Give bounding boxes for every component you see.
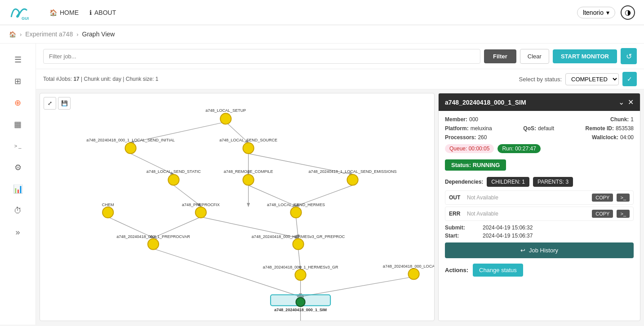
node-sim-selected[interactable] (296, 298, 305, 307)
qos-value: default (538, 125, 554, 132)
node-send-initial[interactable] (125, 143, 136, 154)
network-icon: ⊕ (14, 98, 21, 108)
layout-icon: ⊞ (14, 76, 21, 86)
terminal-icon: >_ (620, 195, 626, 200)
chunk-field: Chunk: 1 (610, 116, 634, 123)
node-label-local-setup: a748_LOCAL_SETUP (205, 108, 246, 113)
node-label-preprocfix: a748_PREPROCFIX (182, 203, 220, 207)
node-send-hermes[interactable] (290, 207, 301, 218)
member-field: Member: 000 (445, 116, 478, 123)
out-label: OUT (449, 194, 463, 201)
job-history-button[interactable]: ↩ Job History (445, 242, 634, 258)
save-graph-button[interactable]: 💾 (58, 97, 71, 110)
node-send-source[interactable] (243, 143, 254, 154)
filter-button[interactable]: Filter (484, 49, 516, 63)
breadcrumb-sep1: › (20, 31, 22, 38)
sidebar-item-list[interactable]: ☰ (7, 51, 29, 69)
start-value: 2024-04-19 15:06:37 (483, 233, 634, 239)
node-label-send-hermes: a748_LOCAL_SEND_HERMES (267, 203, 325, 207)
node-preprocfix[interactable] (195, 207, 206, 218)
node-label-hermes-preproc: a748_20240418_000_HERMESv3_GR_PREPROC (252, 234, 345, 239)
sidebar-item-network[interactable]: ⊕ (7, 94, 29, 112)
graph-canvas: ⤢ 💾 (40, 93, 435, 321)
children-button[interactable]: CHILDREN: 1 (487, 177, 529, 187)
refresh-icon: ↺ (626, 52, 632, 61)
chunk-unit-value: day (113, 76, 121, 82)
expand-button[interactable]: ⤢ (44, 97, 56, 110)
processors-field: Processors: 260 (445, 134, 487, 141)
more-icon: » (15, 228, 20, 237)
out-terminal-button[interactable]: >_ (617, 194, 630, 202)
chevron-down-icon: ⌄ (618, 98, 624, 106)
user-menu-button[interactable]: ltenorio ▾ (577, 7, 615, 18)
platform-field: Platform: meluxina (445, 125, 492, 132)
sidebar-item-terminal[interactable]: > _ (7, 137, 29, 155)
node-chem[interactable] (102, 207, 113, 218)
node-remote-compile[interactable] (243, 174, 254, 185)
submit-label: Submit: (445, 225, 481, 231)
refresh-button[interactable]: ↺ (621, 48, 637, 64)
node-hermes-preproc[interactable] (293, 239, 303, 250)
err-row: ERR Not Available COPY >_ (445, 207, 634, 221)
home-breadcrumb-icon[interactable]: 🏠 (9, 31, 16, 38)
sidebar: ☰ ⊞ ⊕ ▦ > _ ⚙ 📊 ⏱ » (0, 44, 36, 325)
theme-toggle-button[interactable]: ◑ (621, 5, 635, 20)
node-label-hermes-gr: a748_20240418_000_1_HERMESv3_GR (263, 265, 338, 269)
experiment-breadcrumb-link[interactable]: Experiment a748 (25, 31, 73, 38)
panel-close-button[interactable]: ✕ (628, 98, 634, 106)
submit-value: 2024-04-19 15:06:32 (483, 225, 634, 231)
apply-status-button[interactable]: ✓ (622, 72, 637, 86)
home-link[interactable]: 🏠 HOME (49, 9, 79, 16)
node-send-static[interactable] (168, 174, 179, 185)
sidebar-item-clock[interactable]: ⏱ (7, 202, 29, 220)
qos-field: QoS: default (523, 125, 554, 132)
node-send-emissions[interactable] (347, 174, 358, 185)
timing-badges: Queue: 00:00:05 Run: 00:27:47 (445, 144, 634, 153)
err-terminal-button[interactable]: >_ (617, 210, 630, 218)
home-icon: 🏠 (49, 9, 57, 16)
dependencies-label: Dependencies: (445, 179, 483, 185)
sidebar-item-settings[interactable]: ⚙ (7, 159, 29, 176)
total-jobs-label: Total #Jobs: (43, 76, 72, 82)
sidebar-item-layout[interactable]: ⊞ (7, 72, 29, 90)
node-hermes-gr[interactable] (295, 269, 306, 280)
node-local-setup[interactable] (220, 113, 231, 124)
parents-button[interactable]: PARENTS: 3 (533, 177, 573, 187)
sidebar-item-table[interactable]: ▦ (7, 115, 29, 133)
err-label: ERR (449, 211, 463, 217)
user-name: ltenorio (583, 9, 604, 16)
info-icon: ℹ (89, 9, 92, 16)
filter-input[interactable] (43, 49, 480, 64)
out-row: OUT Not Available COPY >_ (445, 190, 634, 205)
panel-title: a748_20240418_000_1_SIM (445, 99, 526, 106)
panel-header-actions: ⌄ ✕ (618, 98, 634, 106)
svg-text:GUI: GUI (22, 16, 29, 21)
home-label: HOME (60, 9, 79, 16)
status-dropdown[interactable]: COMPLETED RUNNING FAILED QUEUED (565, 73, 619, 85)
panel-collapse-button[interactable]: ⌄ (618, 98, 624, 106)
terminal-icon: > _ (14, 143, 22, 149)
processors-value: 260 (478, 134, 487, 141)
contrast-icon: ◑ (625, 8, 631, 17)
sidebar-item-chart[interactable]: 📊 (7, 180, 29, 198)
err-copy-button[interactable]: COPY (592, 210, 613, 218)
svg-line-14 (153, 249, 301, 297)
dates-section: Submit: 2024-04-19 15:06:32 Start: 2024-… (445, 225, 634, 239)
job-stats: Total #Jobs: 17 | Chunk unit: day | Chun… (43, 76, 158, 82)
platform-value: meluxina (471, 125, 492, 132)
clock-icon: ⏱ (14, 206, 22, 216)
start-monitor-button[interactable]: START MONITOR (553, 49, 617, 63)
sidebar-item-more[interactable]: » (7, 223, 29, 241)
about-link[interactable]: ℹ ABOUT (89, 9, 116, 16)
clear-button[interactable]: Clear (520, 49, 549, 64)
node-preprocvar[interactable] (148, 239, 159, 250)
wallclock-field: Wallclock: 04:00 (592, 134, 634, 141)
chunk-size-label: Chunk size: (126, 76, 154, 82)
actions-row: Actions: Change status (445, 262, 634, 278)
out-copy-button[interactable]: COPY (592, 194, 613, 202)
change-status-button[interactable]: Change status (473, 264, 523, 277)
node-label-send-initial: a748_20240418_000_1_LOCAL_SEND_INITIAL (86, 138, 174, 142)
node-local-se[interactable] (409, 269, 419, 279)
node-label-remote-compile: a748_REMOTE_COMPILE (224, 169, 273, 174)
queue-badge: Queue: 00:00:05 (445, 144, 494, 153)
